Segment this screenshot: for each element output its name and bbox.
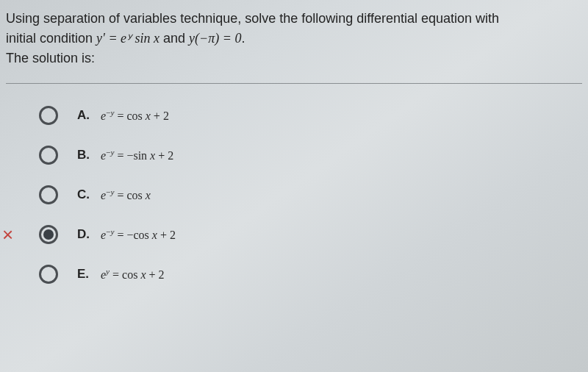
question-line-3: The solution is: — [6, 49, 582, 68]
option-b[interactable]: B. e−y = −sin x + 2 — [39, 146, 582, 165]
radio-b[interactable] — [39, 146, 58, 165]
option-d[interactable]: × D. e−y = −cos x + 2 — [39, 225, 582, 244]
question-stem: Using separation of variables technique,… — [6, 9, 582, 68]
option-math: e−y = −cos x + 2 — [101, 227, 176, 242]
options-group: A. e−y = cos x + 2 B. e−y = −sin x + 2 C… — [6, 106, 582, 284]
option-c[interactable]: C. e−y = cos x — [39, 185, 582, 204]
wrong-marker-icon: × — [2, 225, 13, 244]
option-math: e−y = −sin x + 2 — [101, 148, 173, 162]
question-line-2: initial condition y' = eʸ sin x and y(−π… — [6, 29, 582, 49]
option-a[interactable]: A. e−y = cos x + 2 — [39, 106, 582, 125]
option-letter: D. — [77, 227, 93, 242]
radio-a[interactable] — [39, 106, 58, 125]
option-math: e−y = cos x + 2 — [101, 108, 169, 123]
divider — [6, 83, 582, 84]
option-math: e−y = cos x — [101, 187, 151, 202]
option-e[interactable]: E. ey = cos x + 2 — [39, 265, 582, 284]
option-letter: E. — [77, 267, 93, 282]
option-letter: B. — [77, 148, 93, 162]
question-line-1: Using separation of variables technique,… — [6, 9, 582, 29]
equation-ic: y(−π) = 0 — [189, 31, 241, 46]
option-letter: A. — [77, 108, 93, 123]
option-math: ey = cos x + 2 — [101, 267, 165, 282]
equation-ode: y' = eʸ sin x — [96, 31, 159, 46]
radio-d[interactable] — [39, 225, 58, 244]
radio-c[interactable] — [39, 185, 58, 204]
radio-e[interactable] — [39, 265, 58, 284]
option-letter: C. — [77, 187, 93, 202]
